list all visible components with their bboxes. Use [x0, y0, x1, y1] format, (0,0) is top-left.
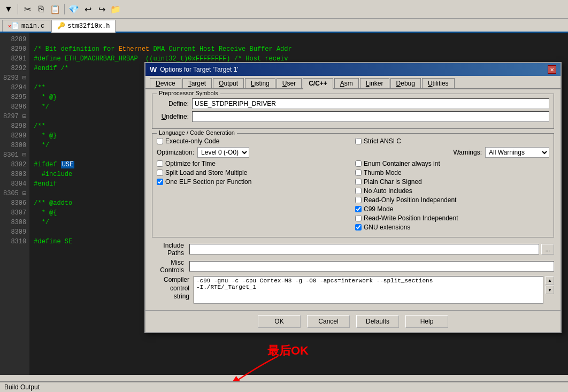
- strict-ansi-cb[interactable]: [355, 138, 362, 144]
- toolbar-paste-btn[interactable]: 📋: [49, 3, 62, 16]
- plain-char-label: Plain Char is Signed: [364, 178, 422, 186]
- gnu-ext-cb[interactable]: [355, 224, 362, 230]
- optimize-time-cb[interactable]: [157, 160, 163, 167]
- misc-controls-label: MiscControls: [152, 259, 184, 274]
- read-only-pos-label: Read-Only Position Independent: [364, 196, 456, 204]
- read-write-pos-row: Read-Write Position Independent: [355, 214, 549, 222]
- compiler-scroll-btns: ▲ ▼: [546, 276, 554, 294]
- no-auto-cb[interactable]: [355, 188, 362, 194]
- dialog-tab-asm[interactable]: Asm: [334, 78, 359, 88]
- undefine-label: Undefine:: [157, 113, 189, 120]
- read-write-pos-cb[interactable]: [355, 215, 362, 221]
- read-only-pos-cb[interactable]: [355, 197, 362, 203]
- toolbar-undo-btn[interactable]: ↩: [81, 3, 94, 16]
- optimization-select[interactable]: Level 0 (-O0) Level 1 (-O1) Level 2 (-O2…: [197, 147, 249, 158]
- thumb-mode-row: Thumb Mode: [355, 169, 549, 176]
- optimize-time-row: Optimize for Time: [157, 160, 351, 167]
- dialog-tab-debug[interactable]: Debug: [390, 78, 421, 88]
- build-output-bar: Build Output: [0, 381, 568, 392]
- define-input[interactable]: [192, 98, 549, 109]
- tab-stm32f10x-h[interactable]: 🔑 stm32f10x.h: [51, 20, 116, 33]
- c99-mode-label: C99 Mode: [364, 205, 393, 213]
- dialog-tab-user[interactable]: User: [277, 78, 302, 88]
- annotation-ok: 最后OK: [267, 343, 309, 359]
- language-two-col: Execute-only Code Optimization: Level 0 …: [157, 136, 549, 233]
- toolbar-redo-btn[interactable]: ↪: [95, 3, 108, 16]
- help-button[interactable]: Help: [405, 315, 448, 328]
- gnu-ext-row: GNU extensions: [355, 224, 549, 231]
- preprocessor-label: Preprocessor Symbols: [157, 90, 220, 96]
- include-paths-row: IncludePaths ...: [152, 242, 554, 257]
- misc-controls-input[interactable]: [189, 261, 554, 272]
- misc-controls-row: MiscControls: [152, 259, 554, 274]
- c99-mode-cb[interactable]: [355, 206, 362, 212]
- line-numbers: 8289 8290 8291 8292 8293 ⊟ 8294 8295 829…: [0, 33, 29, 375]
- include-paths-browse-btn[interactable]: ...: [541, 244, 554, 255]
- ok-button[interactable]: OK: [258, 315, 301, 328]
- dialog-titlebar: W Options for Target 'Target 1' ✕: [145, 63, 561, 76]
- one-elf-cb[interactable]: [157, 179, 163, 185]
- split-load-cb[interactable]: [157, 170, 163, 176]
- dialog-tab-device[interactable]: Device: [150, 78, 181, 88]
- strict-ansi-row: Strict ANSI C: [355, 137, 549, 145]
- tab-file-icon: 📄: [11, 22, 19, 30]
- warnings-row: Warnings: All Warnings No Warnings: [355, 147, 549, 158]
- undefine-input[interactable]: [192, 111, 549, 122]
- dialog-title-icon: W: [150, 65, 157, 74]
- thumb-mode-cb[interactable]: [355, 170, 362, 176]
- warnings-label: Warnings:: [453, 149, 482, 156]
- compiler-control-label: Compilercontrolstring: [152, 276, 189, 301]
- compiler-control-textarea[interactable]: -c99 -gnu -c -cpu Cortex-M3 -g -O0 -apcs…: [194, 276, 543, 304]
- compiler-control-row: Compilercontrolstring -c99 -gnu -c -cpu …: [152, 276, 554, 304]
- undefine-row: Undefine:: [157, 111, 549, 122]
- toolbar-dropdown-btn[interactable]: ▼: [2, 3, 15, 16]
- execute-only-cb[interactable]: [157, 138, 163, 144]
- toolbar-sep-1: [18, 4, 18, 14]
- tab-main-c[interactable]: ✕ 📄 main.c: [2, 20, 50, 32]
- dialog-tab-ccpp[interactable]: C/C++: [303, 78, 333, 89]
- include-paths-input[interactable]: [189, 244, 539, 255]
- toolbar-folder-btn[interactable]: 📁: [109, 3, 122, 16]
- c99-mode-row: C99 Mode: [355, 205, 549, 213]
- toolbar: ▼ ✂ ⎘ 📋 💎 ↩ ↪ 📁: [0, 0, 568, 19]
- col-left: Execute-only Code Optimization: Level 0 …: [157, 136, 351, 233]
- strict-ansi-label: Strict ANSI C: [364, 137, 401, 145]
- enum-container-cb[interactable]: [355, 160, 362, 167]
- dialog-close-btn[interactable]: ✕: [548, 65, 556, 74]
- warnings-select[interactable]: All Warnings No Warnings: [485, 147, 549, 158]
- thumb-mode-label: Thumb Mode: [364, 169, 402, 176]
- compiler-scroll-down-btn[interactable]: ▼: [546, 286, 554, 294]
- toolbar-gem-btn[interactable]: 💎: [67, 3, 80, 16]
- dialog-tab-linker[interactable]: Linker: [360, 78, 389, 88]
- tab-key-icon: 🔑: [57, 22, 65, 30]
- optimization-row: Optimization: Level 0 (-O0) Level 1 (-O1…: [157, 147, 351, 158]
- options-dialog: W Options for Target 'Target 1' ✕ Device…: [144, 62, 562, 333]
- plain-char-cb[interactable]: [355, 179, 362, 185]
- defaults-button[interactable]: Defaults: [356, 315, 399, 328]
- dialog-tab-listing[interactable]: Listing: [245, 78, 275, 88]
- dialog-tab-utilities[interactable]: Utilities: [422, 78, 455, 88]
- editor-area: 8289 8290 8291 8292 8293 ⊟ 8294 8295 829…: [0, 33, 568, 375]
- define-row: Define:: [157, 98, 549, 109]
- language-group: Language / Code Generation Execute-only …: [152, 133, 554, 237]
- execute-only-row: Execute-only Code: [157, 137, 351, 145]
- toolbar-copy-btn[interactable]: ⎘: [35, 3, 48, 16]
- col-right: Strict ANSI C Warnings: All Warnings No …: [355, 136, 549, 233]
- dialog-tabs: Device Target Output Listing User C/C++ …: [145, 76, 561, 89]
- compiler-scroll-up-btn[interactable]: ▲: [546, 276, 554, 285]
- toolbar-sep-2: [64, 4, 65, 14]
- define-label: Define:: [157, 100, 189, 107]
- cancel-button[interactable]: Cancel: [307, 315, 350, 328]
- read-write-pos-label: Read-Write Position Independent: [364, 214, 458, 222]
- enum-container-row: Enum Container always int: [355, 160, 549, 167]
- no-auto-label: No Auto Includes: [364, 187, 412, 195]
- dialog-content: Preprocessor Symbols Define: Undefine: L…: [145, 89, 561, 310]
- tab-stm32-label: stm32f10x.h: [67, 22, 110, 30]
- dialog-tab-target[interactable]: Target: [182, 78, 212, 88]
- include-paths-label: IncludePaths: [152, 242, 184, 257]
- toolbar-cut-btn[interactable]: ✂: [21, 3, 34, 16]
- preprocessor-group: Preprocessor Symbols Define: Undefine:: [152, 94, 554, 129]
- plain-char-row: Plain Char is Signed: [355, 178, 549, 186]
- gnu-ext-label: GNU extensions: [364, 224, 410, 231]
- dialog-tab-output[interactable]: Output: [213, 78, 244, 88]
